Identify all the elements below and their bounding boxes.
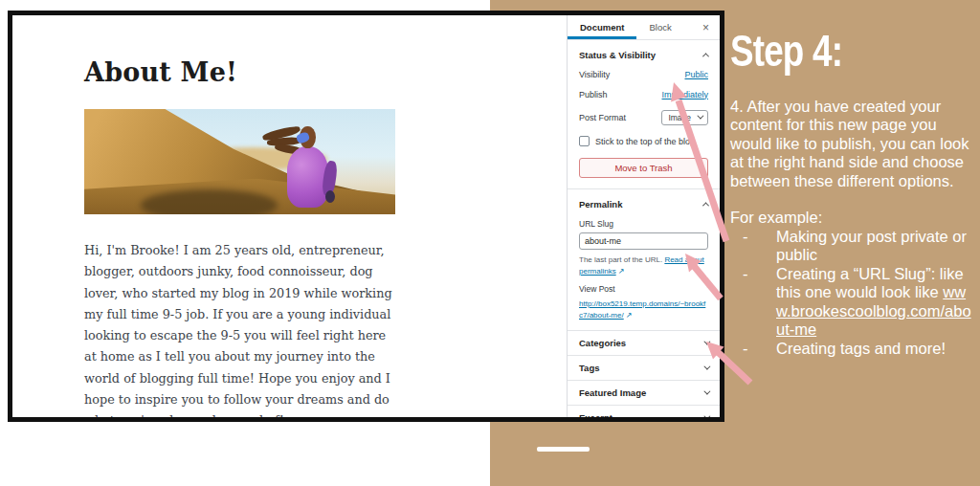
sticky-checkbox-label: Stick to the top of the blog	[595, 137, 695, 146]
external-link-icon: ↗	[618, 266, 625, 277]
url-slug-label: URL Slug	[579, 219, 708, 229]
chevron-up-icon[interactable]	[702, 53, 709, 59]
external-link-icon: ↗	[626, 310, 633, 321]
categories-label: Categories	[579, 338, 626, 348]
status-section-title: Status & Visibility	[579, 50, 656, 60]
step-heading: Step 4:	[730, 25, 926, 77]
sidebar-tabbar: Document Block ×	[568, 15, 720, 40]
post-format-label: Post Format	[579, 113, 626, 122]
featured-image-label: Featured Image	[579, 387, 646, 398]
view-post-label: View Post	[579, 284, 708, 294]
close-icon[interactable]: ×	[692, 15, 720, 39]
for-example-label: For example:	[730, 209, 975, 227]
section-categories[interactable]: Categories	[568, 331, 720, 356]
tags-label: Tags	[579, 363, 599, 373]
visibility-label: Visibility	[579, 70, 610, 79]
slide-footer-dash	[537, 447, 590, 452]
bullet-tags: - Creating tags and more!	[730, 340, 975, 358]
section-tags[interactable]: Tags	[568, 356, 720, 381]
post-format-value: Image	[668, 113, 691, 122]
view-post-link[interactable]: http://box5219.temp.domains/~brookfc7/ab…	[579, 299, 705, 320]
move-to-trash-button[interactable]: Move to Trash	[579, 158, 708, 178]
chevron-down-icon[interactable]	[703, 364, 710, 370]
example-bullet-list: - Making your post private or public - C…	[730, 228, 975, 358]
url-slug-input[interactable]	[579, 232, 708, 250]
chevron-down-icon[interactable]	[703, 388, 710, 395]
bullet-marker: -	[730, 228, 776, 265]
bullet-marker: -	[730, 265, 776, 340]
page-title: About Me!	[84, 57, 567, 87]
slide-canvas: About Me! Hi, I'm Brooke! I	[0, 0, 980, 486]
visibility-public-link[interactable]: Public	[684, 70, 708, 79]
hero-image	[84, 109, 395, 214]
post-format-select[interactable]: Image	[661, 110, 708, 125]
section-featured-image[interactable]: Featured Image	[568, 381, 720, 406]
sticky-checkbox[interactable]	[579, 136, 590, 146]
screenshot-frame: About Me! Hi, I'm Brooke! I	[8, 11, 724, 422]
tab-document[interactable]: Document	[568, 15, 636, 39]
publish-immediately-link[interactable]: Immediately	[661, 90, 708, 99]
visibility-row: Visibility Public	[579, 64, 708, 84]
wp-settings-sidebar: Document Block × Status & Visibility Vis…	[567, 15, 720, 417]
instructions-column: Step 4: 4. After you have created your c…	[730, 25, 975, 358]
publish-row: Publish Immediately	[579, 84, 708, 104]
permalink-section-header[interactable]: Permalink	[579, 196, 708, 213]
chevron-up-icon[interactable]	[702, 202, 709, 209]
bullet-marker: -	[730, 340, 776, 358]
tab-block[interactable]: Block	[636, 15, 683, 39]
bullet-url-slug: - Creating a “URL Slug”: like this one w…	[730, 265, 975, 340]
hero-hiker-figure	[280, 122, 337, 214]
sticky-checkbox-row: Stick to the top of the blog	[579, 130, 708, 150]
chevron-down-icon[interactable]	[703, 339, 710, 345]
page-body-text: Hi, I'm Brooke! I am 25 years old, entre…	[84, 240, 402, 422]
step-paragraph: 4. After you have created your content f…	[730, 98, 975, 190]
chevron-down-icon	[697, 113, 703, 120]
section-excerpt[interactable]: Excerpt	[568, 406, 720, 422]
permalink-section-title: Permalink	[579, 199, 622, 210]
permalink-help-text: The last part of the URL. Read about per…	[579, 254, 708, 277]
status-section-header[interactable]: Status & Visibility	[579, 47, 708, 64]
excerpt-label: Excerpt	[579, 412, 612, 422]
chevron-down-icon[interactable]	[703, 413, 710, 420]
bullet-private-public: - Making your post private or public	[730, 228, 975, 265]
publish-label: Publish	[579, 90, 608, 99]
page-editor-preview: About Me! Hi, I'm Brooke! I	[12, 15, 567, 417]
section-permalink: Permalink URL Slug The last part of the …	[568, 189, 720, 331]
section-status-visibility: Status & Visibility Visibility Public Pu…	[568, 40, 720, 189]
post-format-row: Post Format Image	[579, 104, 708, 130]
